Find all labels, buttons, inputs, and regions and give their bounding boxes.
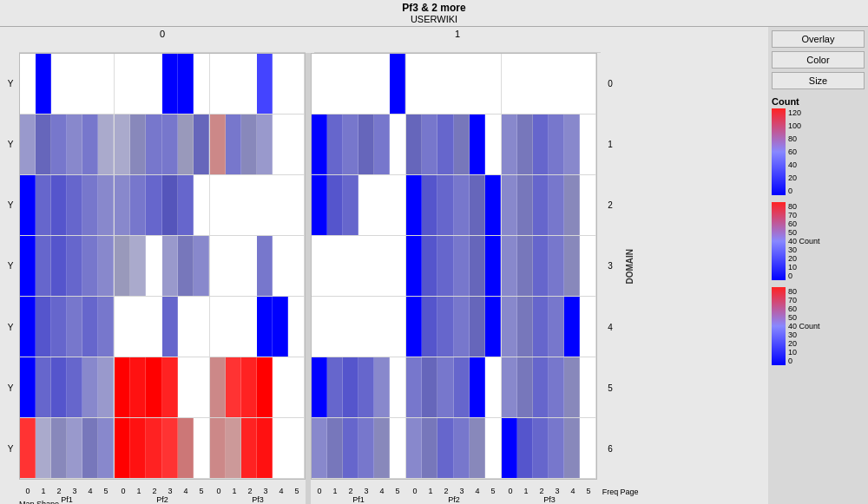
cell-row2-pf1-5 [390, 175, 405, 235]
cell-row0-pf1-1 [36, 54, 51, 114]
y-label-3: Y [2, 236, 19, 297]
cell-row3-pf1-3 [358, 236, 374, 296]
left-section: 0 1 2 3 4 5 Pf1 0 [19, 53, 306, 504]
right-axis-num-3: 3 [597, 236, 623, 297]
cell-row5-pf3-0 [210, 357, 226, 417]
cell-row0-pf1-2 [51, 54, 67, 114]
cell-row6-pf3-3 [257, 418, 273, 478]
group-1-header: 1 [314, 29, 601, 53]
cell-row3-pf1-0 [312, 236, 327, 296]
cell-row6-pf3-0 [502, 418, 517, 478]
cell-row4-pf2-0 [115, 297, 130, 357]
cell-row3-pf2-3 [454, 236, 470, 296]
cell-row6-pf1-1 [327, 418, 343, 478]
cell-row4-pf2-0 [406, 297, 422, 357]
cell-row3-pf1-0 [20, 236, 36, 296]
cell-row0-pf3-5 [288, 54, 304, 114]
cell-row2-pf2-1 [130, 175, 146, 235]
heatmap-row-0 [20, 54, 305, 115]
cell-row3-pf1-4 [82, 236, 98, 296]
cell-row3-pf2-5 [194, 236, 209, 296]
cell-row4-pf3-1 [517, 297, 533, 357]
cell-row6-pf3-1 [226, 418, 241, 478]
cell-row6-pf1-0 [20, 418, 36, 478]
cell-row0-pf3-1 [226, 54, 241, 114]
cell-row1-pf1-2 [343, 115, 358, 174]
cell-row0-pf3-2 [533, 54, 549, 114]
cell-row6-pf1-0 [312, 418, 327, 478]
cell-row2-pf3-1 [517, 175, 533, 235]
cell-row6-pf2-1 [422, 418, 437, 478]
color-button[interactable]: Color [772, 51, 865, 69]
cell-row1-pf3-2 [533, 115, 549, 174]
cell-row2-pf3-5 [580, 175, 595, 235]
cell-row4-pf1-3 [358, 297, 374, 357]
cell-row5-pf2-5 [194, 357, 209, 417]
cell-row2-pf2-5 [194, 175, 209, 235]
cell-row5-pf1-3 [67, 357, 82, 417]
cell-row4-pf3-0 [502, 297, 517, 357]
heatmap-row-4 [312, 297, 596, 357]
cell-row6-pf3-0 [210, 418, 226, 478]
cell-row6-pf1-3 [358, 418, 374, 478]
cell-row0-pf1-3 [67, 54, 82, 114]
cell-row5-pf2-3 [162, 357, 178, 417]
y-label-4: Y [2, 297, 19, 357]
legend-section-3: 80 70 60 50 40 Count 30 20 10 0 [772, 287, 865, 365]
overlay-button[interactable]: Overlay [772, 30, 865, 48]
cell-row6-pf2-1 [130, 418, 146, 478]
cell-row1-pf3-1 [226, 115, 241, 174]
legend-labels-3: 80 70 60 50 40 Count 30 20 10 0 [786, 287, 820, 365]
heatmap-row-3 [20, 236, 305, 297]
cell-row5-pf3-3 [257, 357, 273, 417]
cell-row2-pf3-2 [241, 175, 257, 235]
right-axis-num-0: 0 [597, 53, 623, 114]
cell-row4-pf1-4 [374, 297, 390, 357]
cell-row1-pf3-5 [288, 115, 304, 174]
cell-row5-pf1-0 [312, 357, 327, 417]
cell-row4-pf2-2 [146, 297, 161, 357]
cell-row0-pf1-4 [374, 54, 390, 114]
cell-row5-pf1-4 [82, 357, 98, 417]
cell-row3-pf3-1 [226, 236, 241, 296]
chart-subtitle: USERWIKI [0, 14, 868, 24]
legend-labels-1: 120 100 80 60 40 20 0 [786, 108, 801, 195]
cell-row0-pf3-2 [241, 54, 257, 114]
cell-row6-pf2-5 [485, 418, 501, 478]
right-axis-num-6: 6 [597, 419, 623, 480]
cell-row4-pf1-2 [51, 297, 67, 357]
cell-row6-pf2-3 [454, 418, 470, 478]
cell-row4-pf1-0 [312, 297, 327, 357]
cell-row2-pf1-2 [343, 175, 358, 235]
heatmap-row-4 [20, 297, 305, 357]
cell-row0-pf1-1 [327, 54, 343, 114]
cell-row2-pf1-1 [36, 175, 51, 235]
cell-row0-pf1-5 [98, 54, 114, 114]
cell-row4-pf2-5 [485, 297, 501, 357]
cell-row0-pf3-5 [580, 54, 595, 114]
cell-row3-pf2-2 [146, 236, 161, 296]
size-button[interactable]: Size [772, 72, 865, 89]
cell-row2-pf1-4 [82, 175, 98, 235]
cell-row5-pf1-4 [374, 357, 390, 417]
cell-row3-pf3-5 [288, 236, 304, 296]
cell-row5-pf1-5 [98, 357, 114, 417]
freq-label: Freq [602, 488, 619, 496]
cell-row3-pf2-1 [130, 236, 146, 296]
cell-row2-pf3-3 [549, 175, 564, 235]
cell-row2-pf3-4 [273, 175, 288, 235]
cell-row0-pf1-2 [343, 54, 358, 114]
cell-row6-pf1-4 [374, 418, 390, 478]
cell-row2-pf1-0 [312, 175, 327, 235]
cell-row3-pf3-3 [549, 236, 564, 296]
cell-row5-pf2-1 [422, 357, 437, 417]
bottom-nums-right: 0 1 2 3 4 5 Pf1 0 [311, 480, 597, 504]
cell-row3-pf1-2 [343, 236, 358, 296]
cell-row3-pf1-1 [327, 236, 343, 296]
cell-row2-pf2-4 [470, 175, 485, 235]
cell-row0-pf3-3 [257, 54, 273, 114]
chart-title: Pf3 & 2 more [0, 2, 868, 14]
cell-row2-pf2-1 [422, 175, 437, 235]
cell-row0-pf1-3 [358, 54, 374, 114]
cell-row4-pf1-4 [82, 297, 98, 357]
